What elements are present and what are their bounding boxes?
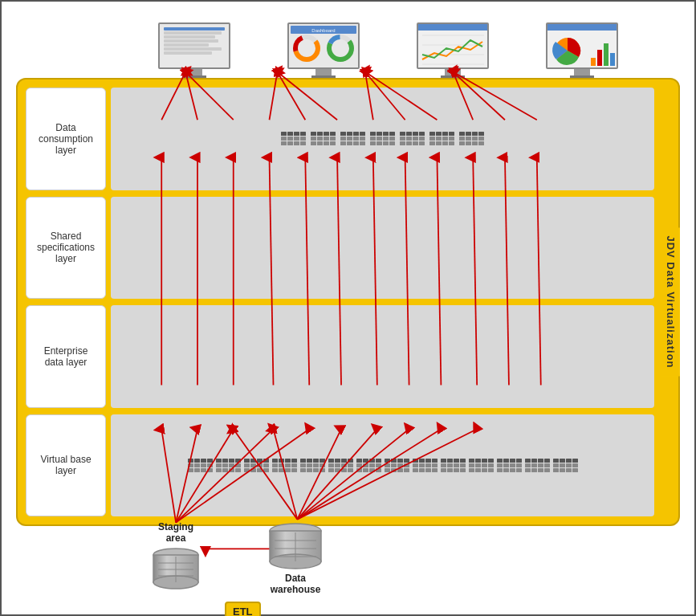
mini-table [469,459,494,472]
svg-rect-17 [591,58,596,66]
monitor-screen-2: Dashboard [287,22,360,69]
virtual-base-label: Virtual baselayer [26,414,106,517]
etl-label: ETL [225,602,261,616]
staging-cylinder [150,547,201,592]
jdv-box: JDV Data Virtualization Dataconsumptionl… [16,78,680,526]
mini-table [188,459,213,472]
enterprise-data-label: Enterprisedata layer [26,305,106,408]
enterprise-data-content [111,305,654,408]
mini-table [400,132,425,145]
dw-label: Datawarehouse [271,573,321,595]
mini-table [459,132,484,145]
monitor-3 [417,22,489,80]
staging-label: Stagingarea [158,521,193,544]
mini-table [244,459,269,472]
mini-table [300,459,325,472]
data-consumption-content [111,88,654,190]
mini-table [340,132,365,145]
staging-area: Stagingarea [150,521,201,592]
virtual-base-row: Virtual baselayer [26,414,654,517]
monitor-screen-3 [417,22,489,69]
svg-rect-20 [610,53,615,66]
svg-text:Dashboard: Dashboard [311,28,335,33]
monitor-screen-4 [546,22,618,69]
enterprise-data-row: Enterprisedata layer [26,305,654,408]
mini-table [553,459,578,472]
virtual-base-content [111,414,654,517]
mini-table [281,132,306,145]
svg-rect-18 [597,50,602,66]
mini-table [429,132,454,145]
main-diagram: Dashboard [0,0,696,616]
data-warehouse: Datawarehouse [267,523,324,598]
shared-specs-content [111,197,654,300]
mini-table [311,132,336,145]
data-consumption-row: Dataconsumptionlayer [26,88,654,190]
monitor-4 [546,22,618,80]
jdv-label: JDV Data Virtualization [661,227,680,376]
mini-table [497,459,522,472]
layers-container: Dataconsumptionlayer [26,88,654,516]
monitor-screen-1 [158,22,230,69]
svg-rect-15 [547,24,617,31]
mini-table [441,459,466,472]
shared-specs-row: Sharedspecificationslayer [26,197,654,300]
mini-table [272,459,297,472]
svg-rect-8 [418,24,487,69]
monitor-2: Dashboard [287,22,360,80]
virtual-base-tables [188,459,578,472]
mini-table [216,459,241,472]
svg-rect-19 [604,43,608,66]
svg-rect-9 [418,24,487,31]
dw-cylinder [267,523,324,573]
shared-specs-label: Sharedspecificationslayer [26,197,106,300]
mini-table [356,459,381,472]
consumption-tables [281,132,484,145]
mini-table [328,459,353,472]
mini-table [525,459,550,472]
mini-table [370,132,395,145]
mini-table [413,459,438,472]
data-consumption-label: Dataconsumptionlayer [26,88,106,190]
monitor-1 [158,22,230,80]
mini-table [385,459,409,472]
monitors-area: Dashboard [130,8,646,80]
